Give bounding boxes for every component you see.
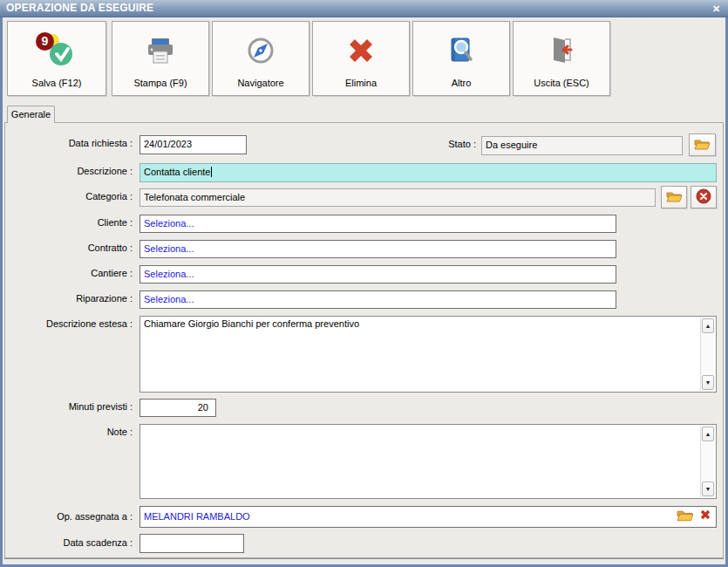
op-assegnata-value: MELANDRI RAMBALDO — [144, 511, 250, 522]
book-magnifier-icon — [413, 31, 509, 71]
delete-x-icon — [313, 31, 409, 71]
descrizione-estesa-textarea[interactable]: Chiamare Giorgio Bianchi per conferma pr… — [139, 316, 717, 393]
vertical-scrollbar[interactable]: ▲ ▼ — [700, 426, 715, 497]
folder-icon[interactable] — [677, 509, 694, 526]
minuti-previsti-label: Minuti previsti : — [0, 401, 133, 412]
stato-lookup-button[interactable] — [689, 133, 716, 156]
descrizione-label: Descrizione : — [0, 166, 133, 176]
categoria-clear-button[interactable] — [691, 186, 717, 208]
data-richiesta-label: Data richiesta : — [0, 138, 133, 148]
scroll-down-icon[interactable]: ▼ — [702, 375, 714, 390]
printer-icon — [112, 31, 208, 71]
title-bar: OPERAZIONE DA ESEGUIRE ✕ — [0, 0, 728, 17]
clear-x-icon[interactable] — [698, 508, 712, 526]
data-richiesta-input[interactable]: 24/01/2023 — [139, 135, 247, 154]
descrizione-value: Contatta cliente — [144, 167, 210, 177]
contratto-label: Contratto : — [0, 243, 133, 253]
altro-button[interactable]: Altro — [412, 21, 510, 96]
minuti-previsti-input[interactable]: 20 — [139, 399, 216, 417]
op-assegnata-input[interactable]: MELANDRI RAMBALDO — [139, 506, 717, 528]
scroll-down-icon[interactable]: ▼ — [702, 482, 714, 496]
data-scadenza-label: Data scadenza : — [0, 537, 133, 548]
cantiere-label: Cantiere : — [0, 268, 133, 278]
descrizione-estesa-value: Chiamare Giorgio Bianchi per conferma pr… — [144, 318, 359, 329]
scroll-up-icon[interactable]: ▲ — [702, 427, 714, 441]
riparazione-input[interactable]: Seleziona... — [139, 290, 616, 309]
op-assegnata-label: Op. assegnata a : — [0, 511, 133, 522]
compass-icon — [213, 31, 309, 71]
descrizione-input[interactable]: Contatta cliente — [139, 163, 717, 182]
categoria-input[interactable]: Telefonata commerciale — [139, 188, 656, 207]
riparazione-label: Riparazione : — [0, 293, 133, 304]
data-scadenza-input[interactable] — [139, 534, 244, 553]
save-icon: 9 — [8, 31, 105, 71]
window-title: OPERAZIONE DA ESEGUIRE — [6, 2, 153, 14]
stato-input[interactable]: Da eseguire — [481, 136, 683, 155]
contratto-input[interactable]: Seleziona... — [139, 240, 616, 258]
text-caret — [211, 167, 212, 177]
folder-icon — [666, 190, 683, 205]
cantiere-input[interactable]: Seleziona... — [139, 265, 616, 284]
vertical-scrollbar[interactable]: ▲ ▼ — [700, 318, 715, 391]
save-badge: 9 — [36, 32, 54, 51]
categoria-lookup-button[interactable] — [661, 186, 687, 208]
stampa-button[interactable]: Stampa (F9) — [112, 21, 209, 96]
descrizione-estesa-label: Descrizione estesa : — [0, 318, 133, 329]
operation-dialog-window: OPERAZIONE DA ESEGUIRE ✕ 9 Salva (F12) — [0, 0, 728, 567]
cliente-input[interactable]: Seleziona... — [139, 215, 616, 233]
categoria-label: Categoria : — [0, 191, 133, 202]
note-textarea[interactable]: ▲ ▼ — [139, 424, 717, 499]
exit-door-icon — [514, 31, 609, 71]
elimina-button[interactable]: Elimina — [312, 21, 410, 96]
stato-label: Stato : — [410, 139, 476, 149]
navigatore-button[interactable]: Navigatore — [212, 21, 310, 96]
scroll-up-icon[interactable]: ▲ — [702, 318, 714, 333]
cliente-label: Cliente : — [0, 217, 133, 228]
red-circle-x-icon — [696, 188, 711, 207]
close-icon[interactable]: ✕ — [710, 3, 723, 15]
salva-button[interactable]: 9 Salva (F12) — [7, 21, 106, 96]
uscita-button[interactable]: Uscita (ESC) — [513, 21, 610, 96]
folder-icon — [694, 138, 711, 153]
tab-generale[interactable]: Generale — [7, 106, 55, 123]
note-label: Note : — [0, 427, 133, 437]
